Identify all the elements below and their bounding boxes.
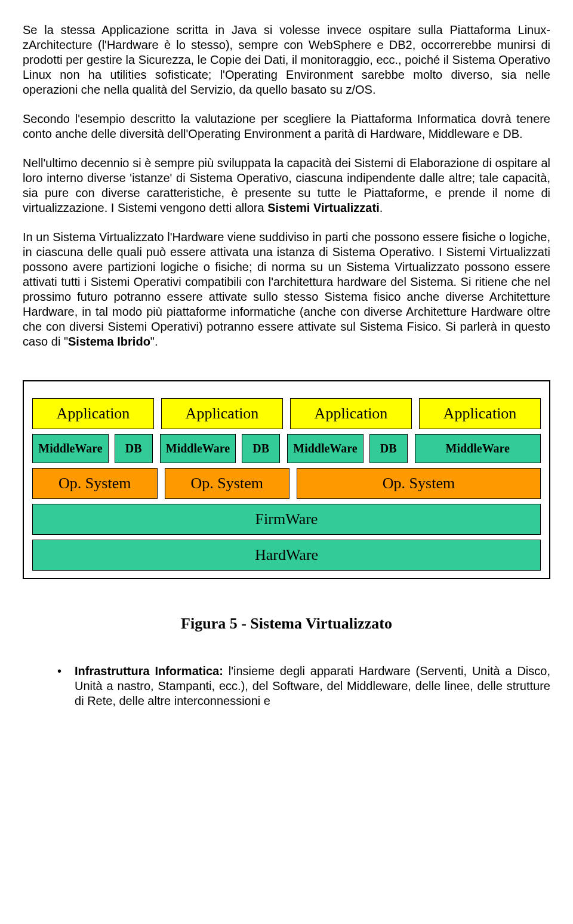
middleware-row: MiddleWare DB MiddleWare DB MiddleWare D… bbox=[32, 434, 541, 463]
application-box: Application bbox=[419, 398, 541, 429]
paragraph-2: Secondo l'esempio descritto la valutazio… bbox=[23, 112, 550, 141]
os-row: Op. System Op. System Op. System bbox=[32, 468, 541, 499]
figure-caption: Figura 5 - Sistema Virtualizzato bbox=[23, 615, 550, 633]
application-box: Application bbox=[161, 398, 283, 429]
middleware-box: MiddleWare bbox=[415, 434, 541, 463]
os-box: Op. System bbox=[32, 468, 158, 499]
db-box: DB bbox=[115, 434, 153, 463]
paragraph-3: Nell'ultimo decennio si è sempre più svi… bbox=[23, 156, 550, 215]
bullet-marker: • bbox=[57, 664, 61, 679]
paragraph-1: Se la stessa Applicazione scritta in Jav… bbox=[23, 23, 550, 97]
db-box: DB bbox=[242, 434, 280, 463]
p3-text-bold: Sistemi Virtualizzati bbox=[267, 201, 379, 214]
middleware-box: MiddleWare bbox=[32, 434, 109, 463]
os-box: Op. System bbox=[297, 468, 541, 499]
p4-text-c: ". bbox=[150, 335, 158, 348]
application-box: Application bbox=[290, 398, 412, 429]
p4-text-a: In un Sistema Virtualizzato l'Hardware v… bbox=[23, 230, 550, 348]
middleware-box: MiddleWare bbox=[287, 434, 363, 463]
firmware-box: FirmWare bbox=[32, 504, 541, 535]
bullet-item: • Infrastruttura Informatica: l'insieme … bbox=[57, 664, 550, 709]
p3-text-c: . bbox=[380, 201, 383, 214]
diagram-container: Application Application Application Appl… bbox=[23, 380, 550, 579]
middleware-box: MiddleWare bbox=[160, 434, 236, 463]
application-box: Application bbox=[32, 398, 154, 429]
hardware-box: HardWare bbox=[32, 540, 541, 571]
os-box: Op. System bbox=[165, 468, 290, 499]
p4-text-bold: Sistema Ibrido bbox=[68, 335, 150, 348]
bullet-text: Infrastruttura Informatica: l'insieme de… bbox=[75, 664, 550, 709]
application-row: Application Application Application Appl… bbox=[32, 398, 541, 429]
bullet-lead: Infrastruttura Informatica: bbox=[75, 664, 229, 677]
db-box: DB bbox=[369, 434, 408, 463]
paragraph-4: In un Sistema Virtualizzato l'Hardware v… bbox=[23, 230, 550, 349]
